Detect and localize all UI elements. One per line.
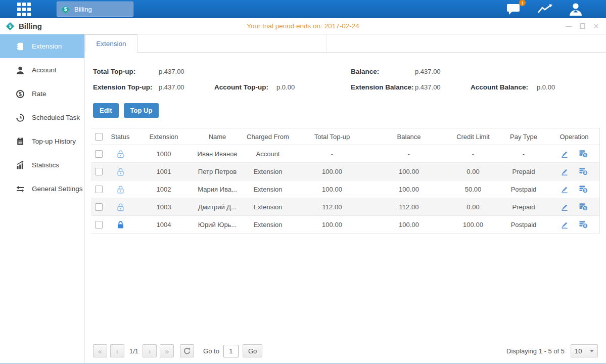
balance-label: Balance: xyxy=(351,68,415,75)
clock-icon xyxy=(15,113,25,122)
cell-extension: 1000 xyxy=(134,145,193,163)
col-name: Name xyxy=(193,128,242,145)
sidebar-item-rate[interactable]: $ Rate xyxy=(0,82,84,106)
cell-total-topup: 100.00 xyxy=(294,216,370,234)
extension-balance-value: p.437.00 xyxy=(415,83,471,91)
user-account-icon[interactable] xyxy=(568,2,584,16)
sidebar-item-statistics[interactable]: Statistics xyxy=(0,153,84,177)
select-all-checkbox[interactable] xyxy=(95,133,103,141)
edit-button[interactable]: Edit xyxy=(93,103,119,118)
chevron-down-icon xyxy=(590,350,594,352)
unlocked-icon[interactable] xyxy=(116,167,125,176)
cell-operation: $ xyxy=(549,198,599,216)
unlocked-icon[interactable] xyxy=(116,185,125,194)
top-up-button[interactable]: Top Up xyxy=(124,103,159,118)
top-up-coins-icon[interactable]: $ xyxy=(579,185,588,194)
col-pay-type: Pay Type xyxy=(498,128,549,145)
cell-pay-type: Prepaid xyxy=(498,163,549,180)
address-book-icon xyxy=(15,42,25,51)
extension-topup-label: Extension Top-up: xyxy=(93,83,159,91)
resource-monitor-chart-icon[interactable] xyxy=(536,3,554,16)
next-page-button[interactable]: › xyxy=(143,344,157,357)
cell-status xyxy=(106,180,134,198)
tab-extension[interactable]: Extension xyxy=(85,34,137,53)
extension-balance-label: Extension Balance: xyxy=(351,83,415,91)
row-checkbox[interactable] xyxy=(95,186,103,193)
row-checkbox[interactable] xyxy=(95,150,103,158)
cell-name: Мария Ива... xyxy=(193,180,242,198)
edit-pencil-icon[interactable] xyxy=(560,220,569,229)
main-panel: Extension Total Top-up: p.437.00 Extensi… xyxy=(85,34,606,363)
bar-chart-icon xyxy=(15,161,25,170)
unlocked-icon[interactable] xyxy=(116,150,125,158)
top-up-coins-icon[interactable]: $ xyxy=(579,149,588,158)
sidebar-item-label: General Settings xyxy=(32,185,83,193)
go-button[interactable]: Go xyxy=(243,344,262,357)
taskbar-billing-tab[interactable]: $ Billing xyxy=(57,2,133,17)
tab-label: Extension xyxy=(96,40,126,48)
tab-strip-filler xyxy=(137,34,327,52)
cell-charged-from: Extension xyxy=(242,163,294,180)
sidebar-item-general-settings[interactable]: General Settings xyxy=(0,177,84,201)
billing-summary: Total Top-up: p.437.00 Extension Top-up:… xyxy=(85,53,606,95)
cell-charged-from: Extension xyxy=(242,216,294,234)
row-checkbox[interactable] xyxy=(95,221,103,229)
top-up-coins-icon[interactable]: $ xyxy=(579,220,588,229)
unlocked-icon[interactable] xyxy=(116,203,125,211)
row-checkbox[interactable] xyxy=(95,203,103,211)
close-button[interactable]: × xyxy=(593,22,599,30)
notifications-chat-icon[interactable]: ! xyxy=(505,2,523,17)
top-up-coins-icon[interactable]: $ xyxy=(579,167,588,176)
cell-name: Дмитрий Д... xyxy=(193,198,242,216)
cell-name: Петр Петров xyxy=(193,163,242,180)
window-titlebar: $ Billing Your trial period ends on: 201… xyxy=(0,18,606,34)
edit-pencil-icon[interactable] xyxy=(560,167,569,176)
svg-text:$: $ xyxy=(584,206,586,210)
extension-topup-value: p.437.00 xyxy=(159,83,214,91)
svg-text:$: $ xyxy=(584,223,586,228)
maximize-button[interactable] xyxy=(580,22,585,30)
cell-name: Иван Иванов xyxy=(193,145,242,163)
cell-extension: 1004 xyxy=(134,216,193,234)
cell-status xyxy=(106,198,134,216)
cell-status xyxy=(106,216,134,234)
prev-page-button[interactable]: ‹ xyxy=(110,344,124,357)
goto-page-input[interactable] xyxy=(223,345,239,357)
last-page-button[interactable]: » xyxy=(160,344,174,357)
edit-pencil-icon[interactable] xyxy=(560,202,569,211)
table-row: 1003Дмитрий Д...Extension112.00112.000.0… xyxy=(91,198,599,216)
refresh-button[interactable] xyxy=(180,344,194,357)
cell-balance: 100.00 xyxy=(370,180,448,198)
extension-table-body: 1000Иван ИвановAccount---- $ xyxy=(91,145,599,234)
billing-diamond-icon: $ xyxy=(61,5,70,14)
cell-pay-type: Postpaid xyxy=(498,216,549,234)
cell-pay-type: - xyxy=(498,145,549,163)
sidebar-item-topup-history[interactable]: Top-up History xyxy=(0,129,84,153)
account-topup-label: Account Top-up: xyxy=(214,83,276,91)
taskbar-tab-label: Billing xyxy=(74,6,92,13)
transfer-arrows-icon xyxy=(15,185,25,194)
cell-pay-type: Postpaid xyxy=(498,180,549,198)
minimize-button[interactable] xyxy=(566,22,572,30)
account-balance-label: Account Balance: xyxy=(471,83,537,91)
edit-pencil-icon[interactable] xyxy=(560,149,569,158)
first-page-button[interactable]: « xyxy=(93,344,107,357)
table-row: 1002Мария Ива...Extension100.00100.0050.… xyxy=(91,180,599,198)
app-launcher-grid-icon[interactable] xyxy=(17,3,36,16)
top-up-coins-icon[interactable]: $ xyxy=(579,202,588,211)
total-topup-value: p.437.00 xyxy=(159,68,214,75)
row-checkbox[interactable] xyxy=(95,168,103,175)
table-header-row: Status Extension Name Charged From Total… xyxy=(91,128,599,145)
locked-icon[interactable] xyxy=(116,220,125,229)
taskbar-right-icons: ! xyxy=(505,0,584,18)
edit-pencil-icon[interactable] xyxy=(560,185,569,194)
cell-operation: $ xyxy=(549,180,599,198)
svg-text:$: $ xyxy=(584,188,586,193)
sidebar-item-scheduled-task[interactable]: Scheduled Task xyxy=(0,106,84,129)
sidebar-item-extension[interactable]: Extension xyxy=(0,34,84,58)
sidebar-item-label: Statistics xyxy=(32,161,59,169)
cell-credit-limit: 0.00 xyxy=(448,163,498,180)
page-size-dropdown[interactable]: 10 xyxy=(571,344,598,357)
sidebar-item-account[interactable]: Account xyxy=(0,58,84,82)
cell-total-topup: 100.00 xyxy=(294,163,370,180)
